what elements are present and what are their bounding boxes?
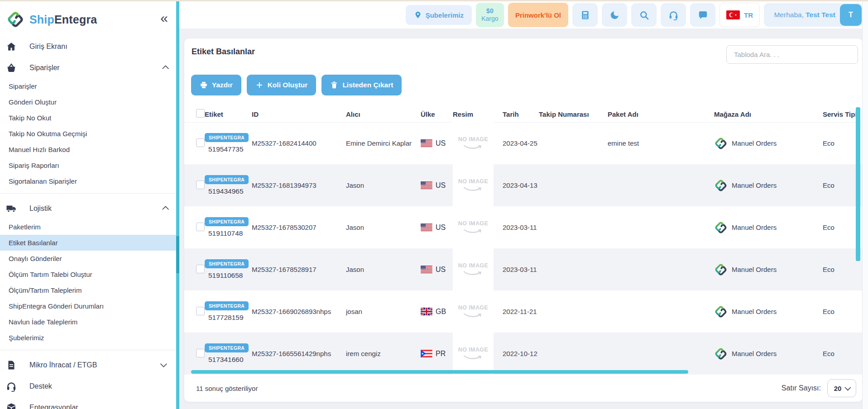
greeting-text: Merhaba, Test Test [774, 11, 835, 19]
action-button[interactable]: Listeden Çıkart [321, 75, 402, 95]
sidebar-item[interactable]: Entegrasyonlar [0, 397, 176, 409]
chat-button[interactable] [690, 3, 715, 27]
rows-per-page-select[interactable]: 20 [827, 379, 856, 397]
sidebar-item[interactable]: Ölçüm Tartım Talebi Oluştur [0, 266, 176, 282]
rows-per-page: Satır Sayısı: 20 [782, 379, 856, 397]
sidebar-item[interactable]: ShipEntegra Gönderi Durumları [0, 298, 176, 314]
flag-us [421, 224, 432, 231]
sidebar-item[interactable]: Etiket Basılanlar [0, 235, 176, 251]
image-swoosh-icon [463, 270, 484, 276]
user-menu[interactable]: Merhaba, Test Test T [764, 3, 863, 27]
headset-icon [6, 381, 17, 392]
sidebar-item[interactable]: Gönderi Oluştur [0, 94, 176, 110]
store-name: Manuel Orders [732, 308, 777, 315]
image-cell: NO IMAGE [453, 248, 503, 290]
table-footer: 11 sonuç gösteriliyor Satır Sayısı: 20 [184, 375, 863, 402]
search-icon [639, 10, 649, 20]
flag-us [421, 266, 432, 273]
country-code: US [436, 181, 446, 190]
image-cell: NO IMAGE [453, 333, 503, 375]
column-header-tarih[interactable]: Tarih [503, 110, 539, 118]
sidebar-item[interactable]: Takip No Okutma Geçmişi [0, 126, 176, 142]
sidebar-item[interactable]: Lojistik [0, 198, 176, 219]
location-pin-icon [414, 11, 422, 19]
row-checkbox[interactable] [196, 349, 205, 357]
row-checkbox[interactable] [196, 307, 205, 315]
row-checkbox[interactable] [196, 138, 205, 147]
image-cell: NO IMAGE [453, 164, 503, 206]
column-header-resim[interactable]: Resim [453, 110, 503, 118]
sidebar-item[interactable]: Siparişler [0, 78, 176, 94]
cargo-amount: $0 [486, 7, 494, 15]
search-button[interactable] [631, 3, 657, 27]
sidebar-item[interactable] [0, 350, 176, 350]
sidebar-item-label: Lojistik [29, 204, 52, 213]
recipient-name: josan [346, 308, 421, 315]
sidebar-collapse-icon[interactable]: « [160, 12, 168, 24]
sidebar-item-label: Şubelerimiz [9, 334, 44, 342]
order-id: M25327-1678528917 [252, 266, 346, 273]
etiket-number: 519110748 [208, 229, 243, 238]
calculator-button[interactable] [572, 3, 598, 27]
sidebar-item[interactable]: Siparişler [0, 57, 176, 78]
sidebar-item[interactable]: Navlun İade Taleplerim [0, 314, 176, 330]
sidebar-item[interactable]: Paketlerim [0, 219, 176, 235]
sidebar-item[interactable]: Sigortalanan Siparişler [0, 173, 176, 189]
sidebar-item-label: Siparişler [9, 82, 37, 90]
row-checkbox[interactable] [196, 181, 205, 189]
avatar[interactable]: T [840, 4, 862, 26]
sidebar-item-label: Giriş Ekranı [29, 43, 67, 51]
sidebar-divider-stripe[interactable] [176, 1, 179, 409]
select-all-checkbox[interactable] [196, 109, 205, 118]
sidebar-item[interactable]: Onaylı Gönderiler [0, 251, 176, 266]
etiket-cell: SHIPENTEGRA 517728159 [205, 301, 252, 322]
shipentegra-logo [714, 347, 728, 361]
sidebar-item[interactable]: Manuel Hızlı Barkod [0, 142, 176, 157]
sidebar-item[interactable]: Destek [0, 376, 176, 397]
column-header-ulke[interactable]: Ülke [421, 110, 453, 118]
sidebar-item-label: Gönderi Oluştur [9, 98, 57, 106]
table-search-input[interactable] [726, 45, 858, 64]
sidebar-nav: Giriş Ekranı Siparişler Siparişler Gön [0, 36, 176, 409]
horizontal-scrollbar[interactable] [191, 370, 688, 374]
cargo-balance-button[interactable]: $0 Kargo [476, 3, 504, 27]
column-header-etiket[interactable]: Etiket [205, 110, 252, 118]
store-name: Manuel Orders [732, 350, 777, 357]
column-header-paket[interactable]: Paket Adı [608, 110, 714, 118]
sidebar-item[interactable]: Giriş Ekranı [0, 36, 176, 57]
order-id: M25327-1681394973 [252, 181, 346, 189]
vertical-scrollbar[interactable] [856, 107, 860, 261]
row-checkbox[interactable] [196, 265, 205, 273]
sidebar-item[interactable]: Mikro İhracat / ETGB [0, 354, 176, 376]
sidebar-item[interactable]: Sipariş Raporları [0, 157, 176, 173]
image-swoosh-icon [463, 186, 484, 192]
no-image-placeholder: NO IMAGE [453, 164, 494, 206]
turkey-flag-icon [726, 10, 740, 19]
country-code: PR [436, 350, 446, 358]
sidebar: ShipEntegra « Giriş Ekranı Siparişler Si… [0, 1, 176, 409]
dark-mode-button[interactable] [602, 3, 627, 27]
sidebar-scrollbar-thumb[interactable] [176, 236, 179, 273]
column-header-takip[interactable]: Takip Numarası [539, 110, 608, 118]
sidebar-item[interactable]: Ölçüm/Tartım Taleplerim [0, 282, 176, 298]
home-icon [6, 41, 17, 52]
sidebar-item[interactable] [0, 193, 176, 194]
action-button[interactable]: Yazdır [191, 75, 241, 95]
store-cell: Manuel Orders [714, 263, 823, 276]
sidebar-item[interactable]: Takip No Okut [0, 110, 176, 126]
column-header-id[interactable]: ID [252, 110, 346, 118]
column-header-alici[interactable]: Alıcı [346, 110, 421, 118]
action-button[interactable]: Koli Oluştur [247, 75, 317, 95]
shipentegra-badge: SHIPENTEGRA [205, 259, 249, 268]
sidebar-item[interactable]: Şubelerimiz [0, 330, 176, 346]
column-header-magaza[interactable]: Mağaza Adı [714, 110, 823, 118]
support-button[interactable] [661, 3, 686, 27]
order-id: M25327-1682414400 [252, 139, 346, 147]
store-name: Manuel Orders [732, 224, 777, 231]
page-scrollbar-track[interactable] [862, 1, 868, 409]
branches-button[interactable]: Şubelerimiz [406, 5, 472, 25]
table-header: Etiket ID Alıcı Ülke Resim Tarih Takip N… [184, 106, 863, 123]
language-selector[interactable]: TR [719, 3, 760, 27]
row-checkbox[interactable] [196, 223, 205, 231]
prinwork-button[interactable]: Prinwork'lü Ol [508, 3, 568, 27]
